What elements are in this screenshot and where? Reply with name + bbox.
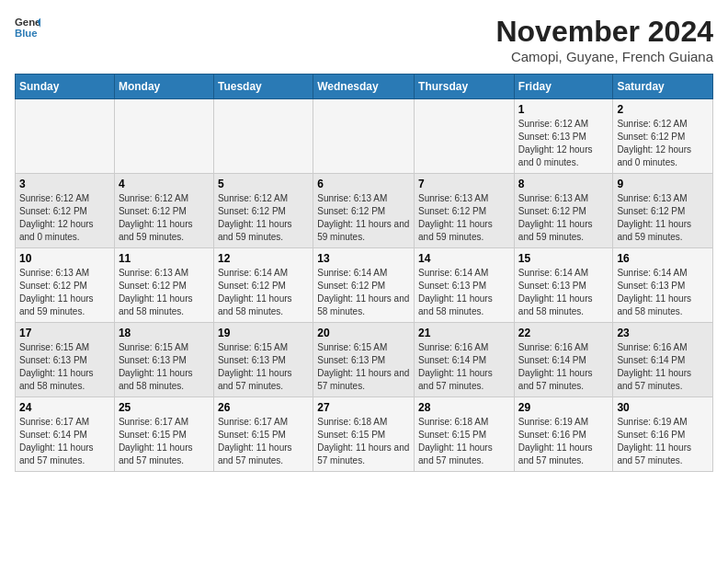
day-info: Sunrise: 6:12 AM Sunset: 6:12 PM Dayligh… [617, 118, 709, 169]
day-number: 18 [119, 327, 210, 339]
calendar-cell: 19Sunrise: 6:15 AM Sunset: 6:13 PM Dayli… [213, 323, 313, 397]
day-number: 22 [518, 327, 609, 339]
day-info: Sunrise: 6:13 AM Sunset: 6:12 PM Dayligh… [518, 192, 609, 244]
weekday-header-wednesday: Wednesday [313, 75, 415, 99]
month-year-title: November 2024 [495, 15, 713, 49]
day-number: 4 [119, 178, 210, 190]
day-number: 2 [617, 103, 709, 116]
day-number: 21 [418, 327, 510, 339]
day-number: 1 [518, 103, 609, 116]
calendar-week-row: 3Sunrise: 6:12 AM Sunset: 6:12 PM Daylig… [16, 174, 713, 248]
weekday-header-friday: Friday [514, 75, 613, 99]
day-number: 25 [119, 401, 210, 414]
day-number: 6 [317, 178, 410, 190]
day-number: 19 [218, 327, 309, 339]
day-number: 15 [518, 252, 609, 265]
calendar-cell [415, 99, 515, 174]
calendar-cell: 28Sunrise: 6:18 AM Sunset: 6:15 PM Dayli… [415, 397, 515, 472]
day-info: Sunrise: 6:15 AM Sunset: 6:13 PM Dayligh… [317, 341, 410, 393]
day-number: 23 [617, 327, 709, 339]
day-number: 17 [19, 327, 110, 339]
day-info: Sunrise: 6:12 AM Sunset: 6:13 PM Dayligh… [518, 118, 609, 169]
calendar-cell: 2Sunrise: 6:12 AM Sunset: 6:12 PM Daylig… [613, 99, 713, 174]
day-info: Sunrise: 6:16 AM Sunset: 6:14 PM Dayligh… [518, 341, 609, 393]
calendar-cell: 17Sunrise: 6:15 AM Sunset: 6:13 PM Dayli… [16, 323, 115, 397]
day-number: 16 [617, 252, 709, 265]
title-block: November 2024 Camopi, Guyane, French Gui… [495, 15, 713, 64]
day-number: 14 [418, 252, 510, 265]
calendar-cell: 5Sunrise: 6:12 AM Sunset: 6:12 PM Daylig… [213, 174, 313, 248]
day-info: Sunrise: 6:17 AM Sunset: 6:14 PM Dayligh… [19, 416, 110, 467]
day-info: Sunrise: 6:14 AM Sunset: 6:12 PM Dayligh… [218, 267, 309, 318]
day-number: 30 [617, 401, 709, 414]
day-info: Sunrise: 6:17 AM Sunset: 6:15 PM Dayligh… [119, 416, 210, 467]
calendar-week-row: 24Sunrise: 6:17 AM Sunset: 6:14 PM Dayli… [16, 397, 713, 472]
calendar-cell: 24Sunrise: 6:17 AM Sunset: 6:14 PM Dayli… [16, 397, 115, 472]
calendar-cell: 4Sunrise: 6:12 AM Sunset: 6:12 PM Daylig… [114, 174, 213, 248]
calendar-cell: 25Sunrise: 6:17 AM Sunset: 6:15 PM Dayli… [114, 397, 213, 472]
day-info: Sunrise: 6:14 AM Sunset: 6:13 PM Dayligh… [518, 267, 609, 318]
calendar-cell: 21Sunrise: 6:16 AM Sunset: 6:14 PM Dayli… [415, 323, 515, 397]
location-subtitle: Camopi, Guyane, French Guiana [495, 49, 713, 64]
calendar-week-row: 10Sunrise: 6:13 AM Sunset: 6:12 PM Dayli… [16, 248, 713, 323]
svg-text:General: General [15, 17, 40, 28]
calendar-cell: 18Sunrise: 6:15 AM Sunset: 6:13 PM Dayli… [114, 323, 213, 397]
calendar-cell: 10Sunrise: 6:13 AM Sunset: 6:12 PM Dayli… [16, 248, 115, 323]
day-info: Sunrise: 6:17 AM Sunset: 6:15 PM Dayligh… [218, 416, 309, 467]
day-info: Sunrise: 6:19 AM Sunset: 6:16 PM Dayligh… [617, 416, 709, 467]
calendar-cell: 27Sunrise: 6:18 AM Sunset: 6:15 PM Dayli… [313, 397, 415, 472]
day-number: 7 [418, 178, 510, 190]
day-number: 13 [317, 252, 410, 265]
calendar-cell: 8Sunrise: 6:13 AM Sunset: 6:12 PM Daylig… [514, 174, 613, 248]
calendar-cell [213, 99, 313, 174]
day-number: 20 [317, 327, 410, 339]
calendar-cell: 14Sunrise: 6:14 AM Sunset: 6:13 PM Dayli… [415, 248, 515, 323]
weekday-header-tuesday: Tuesday [213, 75, 313, 99]
logo: General Blue [15, 15, 40, 40]
day-number: 12 [218, 252, 309, 265]
calendar-cell: 11Sunrise: 6:13 AM Sunset: 6:12 PM Dayli… [114, 248, 213, 323]
calendar-cell: 1Sunrise: 6:12 AM Sunset: 6:13 PM Daylig… [514, 99, 613, 174]
day-info: Sunrise: 6:13 AM Sunset: 6:12 PM Dayligh… [19, 267, 110, 318]
day-number: 26 [218, 401, 309, 414]
calendar-cell: 9Sunrise: 6:13 AM Sunset: 6:12 PM Daylig… [613, 174, 713, 248]
day-info: Sunrise: 6:18 AM Sunset: 6:15 PM Dayligh… [317, 416, 410, 467]
weekday-header-saturday: Saturday [613, 75, 713, 99]
calendar-cell: 15Sunrise: 6:14 AM Sunset: 6:13 PM Dayli… [514, 248, 613, 323]
svg-text:Blue: Blue [15, 28, 38, 39]
day-info: Sunrise: 6:12 AM Sunset: 6:12 PM Dayligh… [218, 192, 309, 244]
day-info: Sunrise: 6:13 AM Sunset: 6:12 PM Dayligh… [317, 192, 410, 244]
weekday-header-thursday: Thursday [415, 75, 515, 99]
calendar-cell: 29Sunrise: 6:19 AM Sunset: 6:16 PM Dayli… [514, 397, 613, 472]
day-info: Sunrise: 6:15 AM Sunset: 6:13 PM Dayligh… [19, 341, 110, 393]
calendar-cell: 3Sunrise: 6:12 AM Sunset: 6:12 PM Daylig… [16, 174, 115, 248]
day-info: Sunrise: 6:14 AM Sunset: 6:13 PM Dayligh… [617, 267, 709, 318]
calendar-cell: 23Sunrise: 6:16 AM Sunset: 6:14 PM Dayli… [613, 323, 713, 397]
day-info: Sunrise: 6:14 AM Sunset: 6:13 PM Dayligh… [418, 267, 510, 318]
day-info: Sunrise: 6:18 AM Sunset: 6:15 PM Dayligh… [418, 416, 510, 467]
calendar-cell: 16Sunrise: 6:14 AM Sunset: 6:13 PM Dayli… [613, 248, 713, 323]
day-info: Sunrise: 6:13 AM Sunset: 6:12 PM Dayligh… [617, 192, 709, 244]
day-number: 24 [19, 401, 110, 414]
day-info: Sunrise: 6:14 AM Sunset: 6:12 PM Dayligh… [317, 267, 410, 318]
calendar-cell [16, 99, 115, 174]
day-info: Sunrise: 6:12 AM Sunset: 6:12 PM Dayligh… [19, 192, 110, 244]
day-number: 29 [518, 401, 609, 414]
day-info: Sunrise: 6:13 AM Sunset: 6:12 PM Dayligh… [119, 267, 210, 318]
day-number: 5 [218, 178, 309, 190]
calendar-header-row: SundayMondayTuesdayWednesdayThursdayFrid… [16, 75, 713, 99]
day-info: Sunrise: 6:13 AM Sunset: 6:12 PM Dayligh… [418, 192, 510, 244]
calendar-cell [313, 99, 415, 174]
calendar-cell: 26Sunrise: 6:17 AM Sunset: 6:15 PM Dayli… [213, 397, 313, 472]
day-number: 28 [418, 401, 510, 414]
day-info: Sunrise: 6:19 AM Sunset: 6:16 PM Dayligh… [518, 416, 609, 467]
day-number: 9 [617, 178, 709, 190]
calendar-cell [114, 99, 213, 174]
day-number: 3 [19, 178, 110, 190]
calendar-cell: 30Sunrise: 6:19 AM Sunset: 6:16 PM Dayli… [613, 397, 713, 472]
calendar-week-row: 1Sunrise: 6:12 AM Sunset: 6:13 PM Daylig… [16, 99, 713, 174]
day-number: 27 [317, 401, 410, 414]
day-number: 10 [19, 252, 110, 265]
calendar-week-row: 17Sunrise: 6:15 AM Sunset: 6:13 PM Dayli… [16, 323, 713, 397]
calendar-cell: 13Sunrise: 6:14 AM Sunset: 6:12 PM Dayli… [313, 248, 415, 323]
